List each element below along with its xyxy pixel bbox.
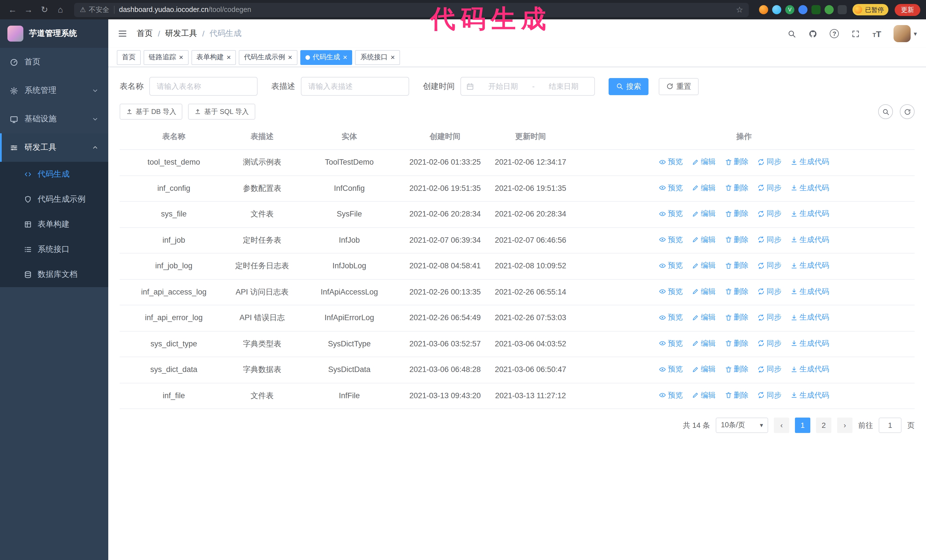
action-delete[interactable]: 删除 [725,363,749,376]
breadcrumb-home[interactable]: 首页 [137,29,153,39]
recorder-paused-badge[interactable]: 已暂停 [852,4,888,15]
date-range-picker[interactable]: 开始日期 - 结束日期 [460,77,595,96]
action-generate-code[interactable]: 生成代码 [790,181,829,194]
action-delete[interactable]: 删除 [725,155,749,168]
tab-2[interactable]: 表单构建× [191,50,236,65]
action-edit[interactable]: 编辑 [691,363,716,376]
breadcrumb-dev-tools[interactable]: 研发工具 [165,29,197,39]
action-edit[interactable]: 编辑 [691,285,716,298]
tab-close-icon[interactable]: × [227,54,231,61]
tab-close-icon[interactable]: × [288,54,292,61]
logo[interactable]: 芋道管理系统 [0,20,108,48]
tab-close-icon[interactable]: × [179,54,183,61]
action-preview[interactable]: 预览 [659,389,683,402]
action-preview[interactable]: 预览 [659,311,683,324]
action-preview[interactable]: 预览 [659,259,683,272]
forward-icon[interactable]: → [22,3,35,17]
action-generate-code[interactable]: 生成代码 [790,389,829,402]
page-button-1[interactable]: 1 [795,418,810,433]
home-icon[interactable]: ⌂ [54,3,67,17]
action-edit[interactable]: 编辑 [691,155,716,168]
extension-icon-6[interactable] [825,5,834,14]
extension-icon-2[interactable] [772,5,781,14]
action-sync[interactable]: 同步 [758,285,782,298]
tab-close-icon[interactable]: × [390,54,395,61]
extension-icon-1[interactable] [759,5,768,14]
table-name-input[interactable] [149,77,257,96]
action-edit[interactable]: 编辑 [691,181,716,194]
action-preview[interactable]: 预览 [659,363,683,376]
action-delete[interactable]: 删除 [725,285,749,298]
action-delete[interactable]: 删除 [725,337,749,350]
action-preview[interactable]: 预览 [659,181,683,194]
action-sync[interactable]: 同步 [758,363,782,376]
tab-3[interactable]: 代码生成示例× [239,50,297,65]
action-sync[interactable]: 同步 [758,311,782,324]
action-generate-code[interactable]: 生成代码 [790,285,829,298]
action-preview[interactable]: 预览 [659,285,683,298]
search-button[interactable]: 搜索 [608,78,649,95]
reload-icon[interactable]: ↻ [38,3,51,17]
action-sync[interactable]: 同步 [758,181,782,194]
sidebar-item-form-builder[interactable]: 表单构建 [0,212,108,237]
action-edit[interactable]: 编辑 [691,337,716,350]
action-preview[interactable]: 预览 [659,155,683,168]
address-bar[interactable]: ⚠ 不安全 dashboard.yudao.iocoder.cn/tool/co… [74,3,749,17]
action-generate-code[interactable]: 生成代码 [790,363,829,376]
sidebar-item-system-api[interactable]: 系统接口 [0,237,108,262]
action-sync[interactable]: 同步 [758,207,782,220]
tab-4[interactable]: 代码生成× [300,50,353,65]
search-icon[interactable] [788,29,796,38]
action-preview[interactable]: 预览 [659,337,683,350]
page-button-2[interactable]: 2 [816,418,831,433]
next-page-button[interactable]: › [837,418,852,433]
action-preview[interactable]: 预览 [659,233,683,246]
user-menu[interactable]: ▾ [894,25,917,42]
action-sync[interactable]: 同步 [758,389,782,402]
extension-icon-5[interactable] [811,5,820,14]
sidebar-item-home[interactable]: 首页 [0,48,108,76]
tab-0[interactable]: 首页 [117,50,141,65]
action-delete[interactable]: 删除 [725,389,749,402]
bookmark-star-icon[interactable]: ☆ [736,5,743,14]
help-icon[interactable]: ? [830,29,839,38]
action-delete[interactable]: 删除 [725,207,749,220]
action-delete[interactable]: 删除 [725,259,749,272]
sidebar-item-codegen[interactable]: 代码生成 [0,162,108,187]
action-edit[interactable]: 编辑 [691,233,716,246]
security-warning[interactable]: ⚠ 不安全 [80,5,109,15]
avatar[interactable] [894,25,911,42]
action-delete[interactable]: 删除 [725,233,749,246]
action-generate-code[interactable]: 生成代码 [790,155,829,168]
action-generate-code[interactable]: 生成代码 [790,233,829,246]
font-size-icon[interactable]: TT [872,29,881,38]
extension-icon-4[interactable] [798,5,808,14]
action-edit[interactable]: 编辑 [691,259,716,272]
action-generate-code[interactable]: 生成代码 [790,311,829,324]
prev-page-button[interactable]: ‹ [774,418,789,433]
back-icon[interactable]: ← [6,3,20,17]
github-icon[interactable] [809,29,817,38]
action-edit[interactable]: 编辑 [691,389,716,402]
action-delete[interactable]: 删除 [725,181,749,194]
extension-icon-3[interactable]: V [785,5,794,14]
sidebar-item-infrastructure[interactable]: 基础设施 [0,105,108,133]
reset-button[interactable]: 重置 [659,78,699,95]
fullscreen-icon[interactable] [851,29,860,38]
import-sql-button[interactable]: 基于 SQL 导入 [188,104,255,120]
action-sync[interactable]: 同步 [758,337,782,350]
tab-5[interactable]: 系统接口× [355,50,400,65]
goto-page-input[interactable] [879,418,902,433]
sidebar-item-codegen-example[interactable]: 代码生成示例 [0,187,108,212]
action-sync[interactable]: 同步 [758,155,782,168]
action-generate-code[interactable]: 生成代码 [790,337,829,350]
action-preview[interactable]: 预览 [659,207,683,220]
chrome-update-button[interactable]: 更新 [895,4,920,16]
page-size-select[interactable]: 10条/页 ▾ [716,418,768,433]
import-db-button[interactable]: 基于 DB 导入 [120,104,183,120]
action-delete[interactable]: 删除 [725,311,749,324]
table-desc-input[interactable] [301,77,409,96]
action-sync[interactable]: 同步 [758,259,782,272]
sidebar-item-dev-tools[interactable]: 研发工具 [0,133,108,162]
hamburger-icon[interactable] [117,29,128,39]
